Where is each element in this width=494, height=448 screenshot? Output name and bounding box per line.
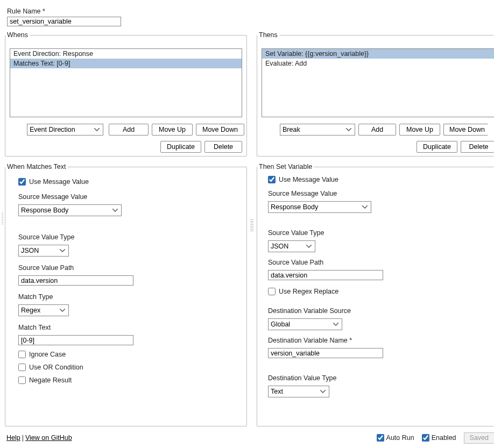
then-dest-type-label: Destination Value Type	[268, 374, 488, 382]
whens-item[interactable]: Event Direction: Response	[10, 49, 242, 59]
then-dest-src-label: Destination Variable Source	[268, 307, 488, 315]
then-src-msg-select[interactable]: Response Body	[268, 201, 371, 213]
then-detail-legend: Then Set Variable	[257, 163, 314, 170]
thens-item[interactable]: Set Variable: {{g:version_variable}}	[262, 49, 494, 59]
thens-group: Thens Set Variable: {{g:version_variable…	[257, 31, 494, 157]
whens-group: Whens Event Direction: Response Matches …	[5, 31, 247, 157]
then-src-type-select[interactable]: JSON	[268, 240, 315, 252]
whens-listbox[interactable]: Event Direction: Response Matches Text: …	[10, 48, 242, 117]
thens-item[interactable]: Evaluate: Add	[262, 59, 494, 68]
when-negate-checkbox[interactable]	[18, 376, 26, 384]
when-match-type-label: Match Type	[18, 293, 240, 301]
then-src-type-label: Source Value Type	[268, 229, 488, 237]
when-src-msg-label: Source Message Value	[18, 193, 240, 201]
enabled-label: Enabled	[432, 434, 456, 442]
whens-item[interactable]: Matches Text: [0-9]	[10, 59, 242, 68]
whens-delete-button[interactable]: Delete	[204, 141, 242, 153]
enabled-checkbox[interactable]	[422, 434, 429, 442]
when-use-message-value-label: Use Message Value	[29, 178, 89, 186]
thens-duplicate-button[interactable]: Duplicate	[417, 141, 457, 153]
thens-delete-button[interactable]: Delete	[461, 141, 494, 153]
footer-bar: Help | View on GitHub Auto Run Enabled S…	[6, 432, 494, 444]
then-dest-type-select[interactable]: Text	[268, 386, 329, 397]
when-negate-label: Negate Result	[29, 376, 72, 384]
when-detail-legend: When Matches Text	[5, 163, 68, 170]
then-dest-src-select[interactable]: Global	[268, 318, 342, 330]
then-dest-name-input[interactable]	[268, 348, 383, 358]
help-link[interactable]: Help	[6, 434, 20, 442]
rule-name-label: Rule Name *	[7, 8, 45, 15]
thens-legend: Thens	[257, 31, 279, 39]
then-regex-replace-label: Use Regex Replace	[279, 288, 338, 295]
when-use-or-label: Use OR Condition	[29, 364, 83, 371]
when-ignore-case-checkbox[interactable]	[18, 351, 26, 358]
github-link[interactable]: View on GitHub	[25, 434, 72, 442]
then-detail-group: Then Set Variable Use Message Value Sour…	[257, 163, 494, 426]
thens-move-up-button[interactable]: Move Up	[399, 124, 440, 136]
when-use-or-checkbox[interactable]	[18, 364, 26, 371]
then-src-path-input[interactable]	[268, 270, 383, 280]
thens-add-button[interactable]: Add	[358, 124, 396, 136]
splitter-handle[interactable]	[0, 0, 5, 448]
then-dest-name-label: Destination Variable Name *	[268, 337, 488, 344]
rule-name-input[interactable]	[7, 17, 121, 26]
then-use-message-value-label: Use Message Value	[279, 176, 338, 183]
when-src-path-label: Source Value Path	[18, 264, 240, 272]
columns-splitter-handle[interactable]	[247, 31, 257, 429]
when-src-path-input[interactable]	[18, 275, 133, 286]
then-src-msg-label: Source Message Value	[268, 190, 488, 197]
when-src-msg-select[interactable]: Response Body	[18, 204, 122, 216]
when-src-type-select[interactable]: JSON	[18, 245, 69, 257]
when-match-type-select[interactable]: Regex	[18, 304, 69, 316]
when-match-text-input[interactable]	[18, 335, 133, 345]
auto-run-checkbox[interactable]	[377, 434, 384, 442]
when-detail-group: When Matches Text Use Message Value Sour…	[5, 163, 247, 426]
whens-legend: Whens	[5, 31, 30, 39]
whens-duplicate-button[interactable]: Duplicate	[160, 141, 201, 153]
then-src-path-label: Source Value Path	[268, 259, 488, 266]
when-use-message-value-checkbox[interactable]	[18, 178, 26, 186]
whens-add-button[interactable]: Add	[109, 124, 149, 136]
whens-type-select[interactable]: Event Direction	[27, 124, 103, 136]
when-ignore-case-label: Ignore Case	[29, 351, 66, 358]
then-use-message-value-checkbox[interactable]	[268, 176, 276, 183]
thens-move-down-button[interactable]: Move Down	[443, 124, 488, 136]
when-match-text-label: Match Text	[18, 324, 240, 331]
auto-run-label: Auto Run	[386, 434, 414, 442]
thens-type-select[interactable]: Break	[280, 124, 355, 136]
saved-button: Saved	[464, 432, 494, 444]
whens-move-up-button[interactable]: Move Up	[152, 124, 193, 136]
then-regex-replace-checkbox[interactable]	[268, 288, 276, 295]
when-src-type-label: Source Value Type	[18, 233, 240, 241]
thens-listbox[interactable]: Set Variable: {{g:version_variable}} Eva…	[262, 48, 494, 117]
footer-separator: |	[22, 434, 24, 442]
whens-move-down-button[interactable]: Move Down	[196, 124, 244, 136]
